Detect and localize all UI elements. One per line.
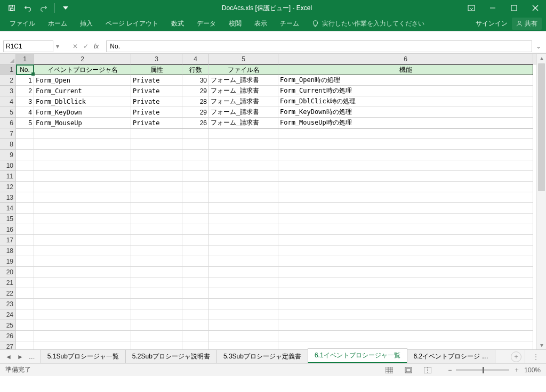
cell[interactable] [182,128,209,139]
scroll-thumb[interactable] [538,63,545,191]
cell[interactable] [16,299,34,309]
cell[interactable]: Form_Current [34,86,131,96]
maximize-icon[interactable] [503,0,525,16]
cell[interactable]: フォーム_請求書 [209,96,278,107]
cell[interactable] [182,288,209,299]
cell[interactable]: Form_KeyDown時の処理 [278,107,533,118]
tab-prev-icon[interactable]: ◄ [3,353,14,361]
cell[interactable] [131,214,182,224]
column-header[interactable]: 6 [278,54,533,64]
cell[interactable] [182,171,209,182]
cell[interactable] [131,160,182,171]
cell[interactable] [16,267,34,277]
ribbon-display-icon[interactable] [461,0,482,16]
cell[interactable] [131,139,182,150]
row-header[interactable]: 21 [0,277,16,288]
tab-file[interactable]: ファイル [3,16,42,31]
cell[interactable] [34,288,131,299]
cell[interactable] [278,309,533,320]
cell[interactable] [209,267,278,277]
cell[interactable] [34,128,131,139]
signin-link[interactable]: サインイン [476,19,508,28]
cell[interactable] [16,277,34,288]
cell[interactable] [34,171,131,182]
cell[interactable]: イベントプロシージャ名 [34,64,131,75]
cell[interactable] [182,320,209,331]
cell[interactable] [182,331,209,341]
view-page-break-icon[interactable] [421,365,434,375]
cell[interactable] [16,139,34,150]
row-header[interactable]: 26 [0,331,16,341]
cell[interactable]: Form_DblClick [34,96,131,107]
cell[interactable] [209,203,278,214]
column-header[interactable]: 5 [209,54,278,64]
cell[interactable] [182,160,209,171]
cell[interactable] [182,203,209,214]
formula-input[interactable]: No. [106,40,532,52]
cell[interactable] [278,192,533,203]
cell[interactable]: Form_Open [34,75,131,86]
cell[interactable] [34,320,131,331]
cell[interactable] [278,299,533,309]
cell[interactable] [16,150,34,160]
cell[interactable] [182,214,209,224]
cell[interactable] [278,171,533,182]
cell[interactable] [278,341,533,349]
cell[interactable] [34,182,131,192]
cell[interactable]: ファイル名 [209,64,278,75]
column-header[interactable]: 3 [131,54,182,64]
select-all[interactable] [0,54,16,64]
cell[interactable] [34,256,131,267]
redo-icon[interactable] [36,1,51,15]
qat-customize-icon[interactable] [58,1,73,15]
cell[interactable]: 5 [16,118,34,128]
cell[interactable] [131,267,182,277]
cell[interactable] [34,139,131,150]
cell[interactable] [182,309,209,320]
cell[interactable] [182,246,209,256]
name-box[interactable]: R1C1 [3,40,53,52]
cell[interactable] [278,150,533,160]
zoom-percent[interactable]: 100% [524,366,541,374]
tab-team[interactable]: チーム [274,16,306,31]
new-sheet-icon[interactable]: ＋ [511,352,521,362]
cell[interactable] [34,331,131,341]
cell[interactable]: 1 [16,75,34,86]
column-header[interactable]: 2 [34,54,131,64]
cell[interactable] [131,288,182,299]
row-header[interactable]: 11 [0,171,16,182]
cell[interactable]: 26 [182,118,209,128]
cell[interactable] [182,256,209,267]
cell[interactable]: Private [131,75,182,86]
cell[interactable] [16,341,34,349]
expand-formula-bar-icon[interactable]: ⌄ [534,43,543,50]
fx-icon[interactable]: fx [94,43,99,50]
cell[interactable] [209,277,278,288]
cell[interactable] [131,224,182,235]
cell[interactable] [278,320,533,331]
cell[interactable]: フォーム_請求書 [209,107,278,118]
cell[interactable] [278,331,533,341]
sheet-tab[interactable]: 5.1Subプロシージャ一覧 [41,349,126,363]
row-header[interactable]: 8 [0,139,16,150]
cell[interactable] [16,214,34,224]
cell[interactable] [209,150,278,160]
row-header[interactable]: 23 [0,299,16,309]
cell[interactable] [131,309,182,320]
cell[interactable]: Private [131,86,182,96]
cell[interactable]: Form_DblClick時の処理 [278,96,533,107]
cell[interactable] [278,160,533,171]
cell[interactable] [278,235,533,246]
cell[interactable] [278,224,533,235]
sheet-tab[interactable]: 6.2イベントプロシージ … [407,349,495,363]
zoom-out-icon[interactable]: − [448,366,452,374]
cell[interactable] [182,224,209,235]
cell[interactable]: Form_MouseUp時の処理 [278,118,533,128]
zoom-slider[interactable] [456,369,509,371]
cell[interactable] [34,235,131,246]
cell[interactable] [131,320,182,331]
cell[interactable] [34,203,131,214]
cell[interactable] [209,331,278,341]
cell[interactable] [34,246,131,256]
cell[interactable] [16,182,34,192]
